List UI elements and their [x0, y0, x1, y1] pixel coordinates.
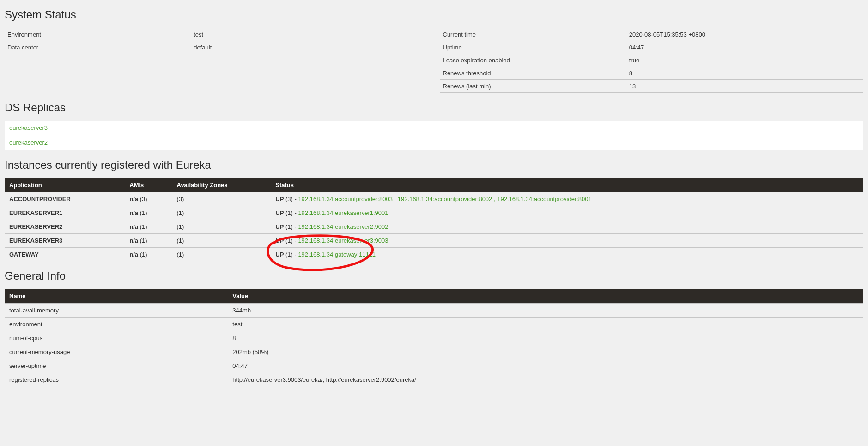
instance-amis: n/a (1) — [125, 248, 172, 262]
instance-zones: (1) — [172, 206, 271, 220]
instance-row: EUREKASERVER2n/a (1)(1)UP (1) - 192.168.… — [5, 220, 863, 234]
status-right-row: Renews (last min)13 — [440, 80, 864, 93]
status-right-key: Renews threshold — [440, 67, 626, 80]
instance-amis-count: (1) — [138, 251, 147, 258]
status-left-key: Environment — [5, 28, 191, 41]
ds-replica-link[interactable]: eurekaserver3 — [9, 124, 48, 131]
general-info-value: test — [228, 318, 863, 331]
instance-status-count: (3) - — [284, 196, 298, 202]
general-info-value: 202mb (58%) — [228, 345, 863, 359]
instance-link-separator: , — [492, 196, 497, 202]
status-right-key: Current time — [440, 28, 626, 41]
instances-header-row: Application AMIs Availability Zones Stat… — [5, 178, 863, 192]
status-left-col: EnvironmenttestData centerdefault — [5, 28, 428, 93]
instance-link[interactable]: 192.168.1.34:gateway:11111 — [298, 251, 376, 258]
instance-application: EUREKASERVER1 — [5, 206, 125, 220]
instance-link[interactable]: 192.168.1.34:accountprovider:8001 — [497, 196, 592, 202]
status-right-key: Renews (last min) — [440, 80, 626, 93]
instances-table: Application AMIs Availability Zones Stat… — [5, 178, 863, 261]
ds-replica-item: eurekaserver3 — [5, 121, 863, 135]
ds-replica-link[interactable]: eurekaserver2 — [9, 139, 48, 146]
general-info-name: total-avail-memory — [5, 304, 228, 318]
general-info-row: server-uptime04:47 — [5, 359, 863, 373]
instance-amis: n/a (3) — [125, 192, 172, 206]
instance-link[interactable]: 192.168.1.34:eurekaserver2:9002 — [298, 223, 388, 230]
general-info-heading: General Info — [5, 269, 863, 282]
instance-status-label: UP — [275, 251, 284, 258]
instance-link[interactable]: 192.168.1.34:accountprovider:8003 — [298, 196, 393, 202]
instances-header-application: Application — [5, 178, 125, 192]
instance-status-label: UP — [275, 209, 284, 216]
instance-row: EUREKASERVER1n/a (1)(1)UP (1) - 192.168.… — [5, 206, 863, 220]
general-header-row: Name Value — [5, 289, 863, 304]
instance-status-label: UP — [275, 196, 284, 202]
general-info-row: current-memory-usage202mb (58%) — [5, 345, 863, 359]
general-header-name: Name — [5, 289, 228, 304]
general-info-name: current-memory-usage — [5, 345, 228, 359]
status-right-table: Current time2020-08-05T15:35:53 +0800Upt… — [440, 28, 864, 93]
instance-link[interactable]: 192.168.1.34:eurekaserver1:9001 — [298, 209, 388, 216]
instance-link[interactable]: 192.168.1.34:eurekaserver3:9003 — [298, 237, 388, 244]
instance-status-count: (1) - — [284, 251, 298, 258]
status-right-row: Lease expiration enabledtrue — [440, 54, 864, 67]
instance-status: UP (1) - 192.168.1.34:eurekaserver3:9003 — [271, 234, 863, 248]
status-left-value: default — [191, 41, 428, 54]
instance-application: ACCOUNTPROVIDER — [5, 192, 125, 206]
ds-replica-item: eurekaserver2 — [5, 135, 863, 150]
instance-application: GATEWAY — [5, 248, 125, 262]
status-left-key: Data center — [5, 41, 191, 54]
instance-status-count: (1) - — [284, 223, 298, 230]
instance-zones: (3) — [172, 192, 271, 206]
system-status-row: EnvironmenttestData centerdefault Curren… — [5, 28, 863, 93]
general-info-table: Name Value total-avail-memory344mbenviro… — [5, 289, 863, 386]
general-info-name: registered-replicas — [5, 373, 228, 387]
general-info-name: server-uptime — [5, 359, 228, 373]
instance-application: EUREKASERVER3 — [5, 234, 125, 248]
instances-header-status: Status — [271, 178, 863, 192]
status-right-key: Uptime — [440, 41, 626, 54]
instance-amis-count: (1) — [138, 223, 147, 230]
instance-application: EUREKASERVER2 — [5, 220, 125, 234]
instances-heading: Instances currently registered with Eure… — [5, 159, 863, 171]
general-info-name: environment — [5, 318, 228, 331]
status-right-value: 2020-08-05T15:35:53 +0800 — [626, 28, 863, 41]
general-info-value: 8 — [228, 331, 863, 345]
instance-amis-label: n/a — [129, 196, 138, 202]
instance-link[interactable]: 192.168.1.34:accountprovider:8002 — [398, 196, 492, 202]
page-root: System Status EnvironmenttestData center… — [0, 8, 868, 396]
general-info-row: environmenttest — [5, 318, 863, 331]
system-status-heading: System Status — [5, 8, 863, 21]
status-right-col: Current time2020-08-05T15:35:53 +0800Upt… — [440, 28, 864, 93]
status-left-value: test — [191, 28, 428, 41]
general-info-name: num-of-cpus — [5, 331, 228, 345]
instance-status-count: (1) - — [284, 237, 298, 244]
instance-amis: n/a (1) — [125, 234, 172, 248]
instance-status-label: UP — [275, 237, 284, 244]
general-info-row: registered-replicashttp://eurekaserver3:… — [5, 373, 863, 387]
instance-amis-label: n/a — [129, 209, 138, 216]
instance-zones: (1) — [172, 234, 271, 248]
instance-amis-label: n/a — [129, 251, 138, 258]
status-right-value: true — [626, 54, 863, 67]
instance-row: EUREKASERVER3n/a (1)(1)UP (1) - 192.168.… — [5, 234, 863, 248]
general-info-value: 04:47 — [228, 359, 863, 373]
instance-amis: n/a (1) — [125, 206, 172, 220]
instance-zones: (1) — [172, 248, 271, 262]
instance-amis-count: (3) — [138, 196, 147, 202]
status-left-row: Environmenttest — [5, 28, 428, 41]
instance-status-count: (1) - — [284, 209, 298, 216]
status-left-row: Data centerdefault — [5, 41, 428, 54]
instance-status: UP (1) - 192.168.1.34:eurekaserver1:9001 — [271, 206, 863, 220]
general-info-row: total-avail-memory344mb — [5, 304, 863, 318]
instance-amis-count: (1) — [138, 237, 147, 244]
ds-replicas-list: eurekaserver3eurekaserver2 — [5, 121, 863, 150]
instance-row: GATEWAYn/a (1)(1)UP (1) - 192.168.1.34:g… — [5, 248, 863, 262]
instance-status-label: UP — [275, 223, 284, 230]
status-right-row: Uptime04:47 — [440, 41, 864, 54]
status-left-table: EnvironmenttestData centerdefault — [5, 28, 428, 54]
status-right-row: Renews threshold8 — [440, 67, 864, 80]
status-right-value: 8 — [626, 67, 863, 80]
instance-link-separator: , — [393, 196, 398, 202]
instance-amis-label: n/a — [129, 223, 138, 230]
instance-amis-count: (1) — [138, 209, 147, 216]
